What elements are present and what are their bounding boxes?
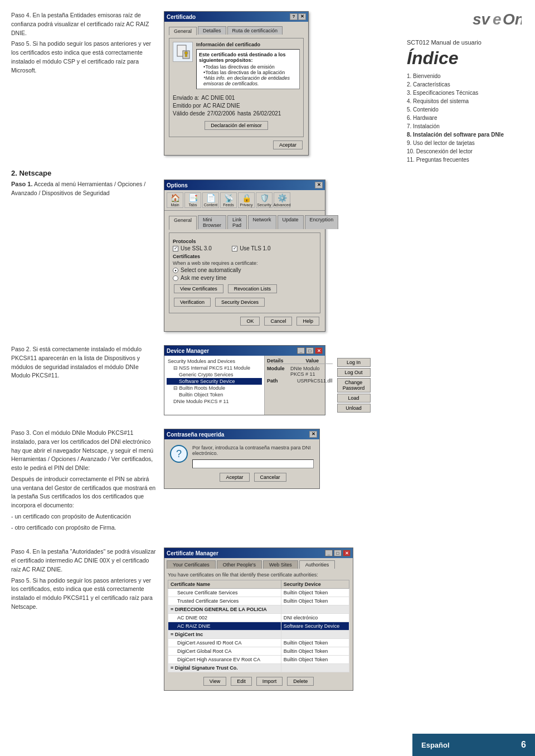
tab-detalles[interactable]: Detalles [198,26,226,35]
pwd-close-btn[interactable]: ✕ [309,431,317,438]
tab-web-sites[interactable]: Web Sites [263,560,298,569]
help-btn[interactable]: ? [290,13,298,20]
tab-other-people[interactable]: Other People's [217,560,262,569]
radio1-label: Select one automatically [181,267,241,273]
table-row[interactable]: DigiCert Global Root CABuiltin Object To… [168,647,349,656]
options-close-btn[interactable]: ✕ [315,182,323,188]
toolbar-tabs[interactable]: 📑Tabs [184,192,201,208]
options-bottom-btns: OK Cancel Help [169,316,320,327]
delete-btn[interactable]: Delete [287,677,314,686]
cert-body: You have certificates on file that ident… [164,569,353,690]
change-pwd-btn[interactable]: Change Password [337,378,371,392]
subtab-update[interactable]: Update [278,215,304,229]
table-row[interactable]: Secure Certificate ServicesBuiltin Objec… [168,589,349,597]
options-dialog-container: Options ✕ 🏠Main 📑Tabs 📄Content 📡Feeds 🔒P… [164,180,379,332]
tls-checkbox[interactable]: ✓ [232,246,237,251]
device-manager-dialog: Device Manager _ □ ✕ Security Modules an… [164,345,325,415]
pwd-title: Contraseña requerida [167,432,224,438]
index-heading: Índice [407,48,524,69]
load-btn[interactable]: Load [337,394,371,403]
dm-item-1[interactable]: ⊟ NSS Internal PKCS #11 Module [167,365,262,371]
manual-title: SCT012 Manual de usuario [407,39,524,46]
dm-item-6[interactable]: DNIe Modulo PKCS # 11 [167,398,262,405]
toolbar-feeds[interactable]: 📡Feeds [220,192,237,208]
toc-item-10: 10. Desconexión del lector [407,147,524,156]
tab-general[interactable]: General [169,27,197,35]
table-row[interactable]: DigiCert High Assurance EV Root CABuilti… [168,656,349,664]
subtab-linkpad[interactable]: Link Pad [227,215,247,229]
tab-ruta[interactable]: Ruta de certificación [227,26,283,35]
section4-paso4-row: Paso 4. En la pestaña "Autoridades" se p… [11,547,379,691]
table-row[interactable]: Trusted Certificate ServicesBuiltin Obje… [168,597,349,605]
cert-close-btn[interactable]: ✕ [343,550,351,556]
ssl-checkbox[interactable]: ✓ [173,246,178,251]
table-row[interactable]: AC DNIE 002DNI electrónico [168,614,349,622]
dm-item-2[interactable]: Generic Crypto Services [167,371,262,378]
table-row[interactable]: AC RAIZ DNIESoftware Security Device [168,622,349,631]
pwd-aceptar-btn[interactable]: Aceptar [220,473,249,482]
dm-item-4[interactable]: ⊟ Builtin Roots Module [167,385,262,391]
dm-close-btn[interactable]: ✕ [315,347,323,354]
toc-item-1: 1. Bienvenido [407,72,524,80]
value-col: Value [306,358,319,364]
cert-name-cell: = Digital Signature Trust Co. [168,664,281,672]
cancel-btn[interactable]: Cancel [264,317,292,326]
dm-titlebar-btns: _ □ ✕ [297,347,323,354]
table-row: = DigiCert Inc [168,631,349,639]
sec-dev-btn[interactable]: Security Devices [215,298,265,307]
aceptar-btn[interactable]: Aceptar [273,140,303,149]
logout-btn[interactable]: Log Out [337,368,371,377]
dm-max-btn[interactable]: □ [306,347,314,354]
pwd-input[interactable] [192,459,314,468]
ok-btn[interactable]: OK [240,317,260,326]
certs-label: Certificates [173,254,317,259]
subtab-encryption[interactable]: Encryption [305,215,339,229]
radio-auto[interactable]: ● [173,268,178,273]
view-certs-btn[interactable]: View Certificates [174,284,223,293]
dm-item-3[interactable]: Software Security Device [167,378,262,385]
pwd-icon: ? [170,445,188,463]
toolbar-advanced[interactable]: ⚙️Advanced [274,192,290,208]
section1-row: Paso 4. En la pestaña Entidades emisoras… [11,11,379,156]
toolbar-content[interactable]: 📄Content [202,192,219,208]
unload-btn[interactable]: Unload [337,404,371,413]
tab-your-certs[interactable]: Your Certificates [167,560,216,569]
cert-min-btn[interactable]: _ [325,550,333,556]
view-btn[interactable]: View [203,677,226,686]
subtab-general[interactable]: General [169,216,197,230]
tab-authorities[interactable]: Authorities [299,560,335,569]
dm-item-5[interactable]: Builtin Object Token [167,391,262,398]
import-btn[interactable]: Import [256,677,283,686]
titlebar-buttons: ? ✕ [290,13,306,20]
toolbar-privacy[interactable]: 🔒Privacy [238,192,255,208]
dm-title: Device Manager [167,348,209,354]
radio-ask[interactable] [173,275,178,281]
help-btn-opts[interactable]: Help [296,317,319,326]
options-body: General Mini Browser Link Pad Network Up… [164,211,325,331]
revoc-btn[interactable]: Revocation Lists [228,284,277,293]
pwd-cancelar-btn[interactable]: Cancelar [254,473,286,482]
cert-name-cell: Secure Certificate Services [168,589,281,597]
toolbar-main[interactable]: 🏠Main [167,192,183,208]
cert-max-btn[interactable]: □ [334,550,342,556]
cert-buttons-row: View Certificates Revocation Lists Verif… [173,283,317,308]
options-title: Options [167,182,188,188]
dm-item-0[interactable]: Security Modules and Devices [167,358,262,365]
verif-btn[interactable]: Verification [174,298,211,307]
bullet1: •Todas las directivas de emisión [199,64,297,70]
emitido-value: AC RAIZ DNIE [203,103,240,109]
col-security-device: Security Device [281,580,349,589]
edit-btn[interactable]: Edit [231,677,252,686]
toolbar-security[interactable]: 🛡️Security [256,192,273,208]
close-btn[interactable]: ✕ [298,13,306,20]
login-btn[interactable]: Log In [337,358,371,367]
toc-item-7: 7. Instalación [407,122,524,130]
declaracion-btn[interactable]: Declaración del emisor [205,121,268,130]
subtab-minibrowser[interactable]: Mini Browser [198,215,226,229]
subtab-network[interactable]: Network [248,215,276,229]
security-device-cell [281,605,349,614]
dm-min-btn[interactable]: _ [297,347,305,354]
table-row[interactable]: DigiCert Assured ID Root CABuiltin Objec… [168,639,349,647]
cert-bottom-buttons: Aceptar [169,139,304,151]
cert-name-cell: DigiCert Global Root CA [168,647,281,656]
